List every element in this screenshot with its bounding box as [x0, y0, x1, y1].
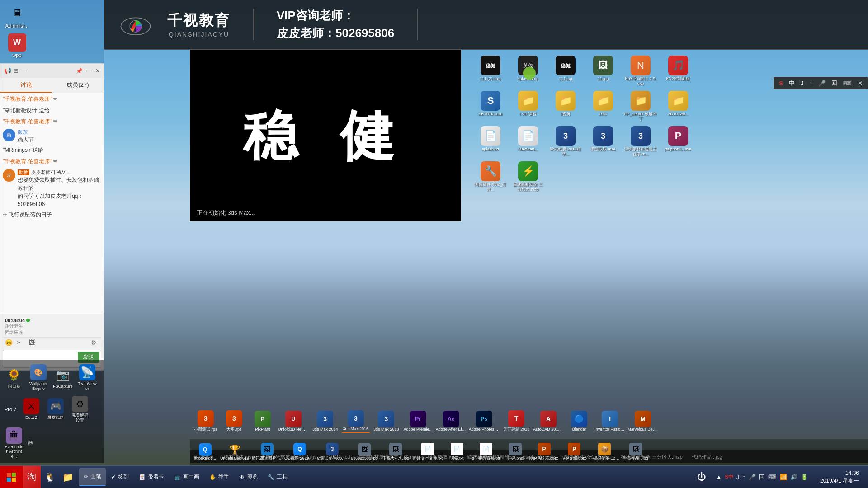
icon-19year-folder[interactable]: 📁 19年 — [585, 89, 621, 123]
icon-splash-txt[interactable]: 📄 splash.txt — [472, 125, 509, 159]
tb-tencent-class[interactable]: 🖼 腾讯课堂图片 201903271... — [251, 442, 283, 462]
emoji-icon[interactable]: 😊 — [5, 339, 13, 347]
icon-111-2-bmp[interactable]: 稳健 111 (2).bmp — [472, 54, 509, 88]
icon-kx2[interactable]: 🎵 KX2控制面板 — [660, 54, 696, 88]
icon-addon-plugin[interactable]: 🔧 阿蛋插件 v3.2_打开... — [472, 160, 509, 194]
tray-dot1[interactable]: J — [736, 473, 741, 481]
banner-contact: VIP咨询老师： 皮皮老师：502695806 — [277, 7, 394, 42]
tray-ime[interactable]: S中 — [724, 473, 734, 481]
tray-volume[interactable]: 🔊 — [789, 473, 798, 481]
tb-datu[interactable]: 3 大图.rps — [221, 409, 248, 433]
tb-autocad2012[interactable]: A AutoCAD 2012 - S... — [533, 410, 564, 432]
tb-3dsmax2018[interactable]: 3 3ds Max 2018 — [372, 410, 401, 432]
taodao-icon[interactable]: 淘 — [23, 466, 41, 488]
taskbar-item-pip[interactable]: 📺 画中画 — [170, 468, 204, 486]
tray-battery[interactable]: 🔋 — [800, 473, 809, 481]
tb-premiere[interactable]: Pr Adobe Premie... — [402, 410, 434, 432]
tb-aftereffects[interactable]: Ae Adobe After Effects CC... — [435, 410, 467, 432]
tb-gift[interactable]: 🖼 千视大礼包.jpg — [381, 442, 411, 462]
ime-lang-cn[interactable]: 中 — [787, 78, 797, 88]
tb-undefeated[interactable]: 🏆 Undefeated 619 — [219, 442, 250, 461]
tb-newtext[interactable]: 📄 新建文本文件.txt — [412, 442, 443, 462]
icon-dota2[interactable]: ⚔ Dota 2 — [19, 396, 43, 422]
icon-maxstart[interactable]: 📄 MaxStart... — [510, 125, 546, 159]
sidebar-icon-wpp[interactable]: W wpp — [2, 32, 33, 60]
tb-student-work[interactable]: 🖼 学员作品...jpg — [621, 442, 650, 462]
tb-3dsmax2016[interactable]: 3 3ds Max 2016 — [341, 409, 371, 433]
taskbar-item-signin[interactable]: ✔ 签到 — [107, 468, 133, 486]
ime-display[interactable]: 回 — [830, 78, 839, 88]
icon-setuna[interactable]: S SETUNA.exe — [472, 89, 509, 123]
tb-httpske[interactable]: Q httpske.qq... — [192, 442, 218, 461]
tb-price-list[interactable]: 📦 千视报价单 123.zip — [589, 442, 620, 462]
ime-s-icon[interactable]: S — [777, 79, 785, 88]
icon-fpserver-folder[interactable]: 📁 FP_Server 破解补丁 — [623, 89, 659, 123]
tb-haoping[interactable]: 🖼 好评.png — [503, 442, 528, 462]
icon-3d1012-folder[interactable]: 📁 3D1012w... — [660, 89, 696, 123]
tb-63688[interactable]: 🖼 63688253...jpg — [349, 442, 380, 461]
icon-wallpaper-engine[interactable]: 🎨 Wallpaper Engine — [27, 362, 50, 393]
taskbar-item-hand[interactable]: ✋ 举手 — [205, 468, 234, 486]
chat-close-icon[interactable]: ✕ — [95, 68, 100, 74]
tray-mic[interactable]: 🎤 — [748, 473, 757, 481]
tb-marvelous[interactable]: M Marvelous Designer... — [627, 410, 659, 432]
tb-qianshi-txt[interactable]: 📄 q千视教育稿.txt — [470, 442, 502, 462]
icon-111-jpg[interactable]: 稳健 111.jpg — [547, 54, 584, 88]
ime-arrow[interactable]: ↑ — [808, 79, 815, 88]
tb-unfold3d[interactable]: U Unfold3D Networ... — [278, 410, 309, 432]
image-icon[interactable]: 🖼 — [28, 339, 37, 347]
ime-mic[interactable]: 🎤 — [816, 79, 827, 88]
tb-pixplant[interactable]: P PixPlant — [249, 410, 276, 432]
tray-network[interactable]: 📶 — [779, 473, 788, 481]
icon-nax[interactable]: N NaX字词制 1.2.9.exe — [623, 54, 659, 88]
chat-pin-icon[interactable]: 📌 — [76, 68, 83, 74]
chat-minimize-icon[interactable]: — — [86, 68, 92, 74]
settings-icon[interactable]: ⚙ — [91, 339, 99, 347]
taskbar-item-tools[interactable]: 🔧 工具 — [263, 468, 292, 486]
icon-evermotion[interactable]: 🏛 Evermotion Archinte... — [2, 426, 26, 461]
tray-arrow[interactable]: ↑ — [741, 473, 746, 481]
qq-taskbar-icon[interactable]: 🐧 — [41, 466, 59, 488]
tb-tianzheng2013[interactable]: T 天正建筑 2013 — [501, 409, 532, 433]
taskbar-item-card[interactable]: 🃏 带着卡 — [134, 468, 169, 486]
icon-vip-folder[interactable]: 📁 ! VIP课程 — [510, 89, 546, 123]
tb-vip-pptx[interactable]: P VIP系统班.pptx — [528, 442, 560, 462]
tb-ctest[interactable]: 3 C测试文件.835文件 — [316, 442, 348, 462]
tray-expand[interactable]: ▲ — [715, 473, 723, 481]
taskbar-clock[interactable]: 14:36 2019/4/1 星期一 — [816, 469, 863, 485]
start-button[interactable] — [0, 466, 23, 488]
tab-members[interactable]: 成员(27) — [52, 78, 104, 93]
ime-punct[interactable]: J — [799, 79, 806, 88]
tb-vip-intro[interactable]: P VIP介绍.pptx — [561, 442, 588, 462]
sidebar-icon-admin[interactable]: 🖥 Administ... — [2, 2, 33, 31]
tb-qqjp[interactable]: Q QQ截图 20190326... — [284, 442, 316, 462]
tb-blender[interactable]: 🔵 Blender — [566, 410, 593, 432]
tb-photoshop[interactable]: Ps Adobe Photosh... — [468, 410, 500, 432]
ime-keyboard[interactable]: ⌨ — [841, 79, 854, 88]
tray-display[interactable]: 回 — [758, 472, 766, 482]
taskbar-item-draw[interactable]: ✏ 画笔 — [79, 468, 106, 486]
tray-keyboard[interactable]: ⌨ — [767, 473, 778, 481]
scissors-icon[interactable]: ✂ — [17, 339, 25, 347]
taskbar-item-preview[interactable]: 👁 预览 — [235, 468, 262, 486]
icon-3dsmax-3[interactable]: 3 欧式线脚 2011精华... — [547, 125, 584, 159]
icon-speedy[interactable]: ⚡ 极速减身安全 三分段大.mzp — [510, 160, 546, 194]
icon-perfectdecode[interactable]: ⚙ 完美解码设置 — [68, 394, 92, 425]
icon-3dsmax-4[interactable]: 3 模型取取.mse — [585, 125, 621, 159]
icon-fscapture[interactable]: 📷 FSCapture — [51, 365, 75, 391]
power-button[interactable]: ⏻ — [693, 466, 711, 488]
icon-11-jpg[interactable]: 🖼 11.jpg — [585, 54, 621, 88]
icon-teamviewer[interactable]: 📡 TeamViewer — [75, 362, 99, 393]
tab-discuss[interactable]: 讨论 — [0, 78, 52, 93]
tb-inventor[interactable]: I Inventor Fusion 2012 — [594, 410, 626, 432]
icon-xiangrikui[interactable]: 🌻 向日葵 — [2, 365, 26, 391]
tb-xiaotu[interactable]: 3 小图测试.rps — [192, 409, 219, 433]
icon-puretang[interactable]: 🎮 暑堂战网 — [44, 396, 67, 422]
icon-3dsmax-5[interactable]: 3 深圳版材质通道主程序.m... — [623, 125, 659, 159]
tb-ketang[interactable]: 📄 课堂.txt — [444, 442, 469, 462]
icon-svideo-folder[interactable]: 📁 s视屏 — [547, 89, 584, 123]
ime-close[interactable]: ✕ — [856, 79, 864, 88]
file-explorer-icon[interactable]: 📁 — [59, 466, 77, 488]
tb-3dsmax2014[interactable]: 3 3ds Max 2014 — [311, 410, 340, 432]
icon-psiphon[interactable]: P psiphon3...exe — [660, 125, 696, 159]
